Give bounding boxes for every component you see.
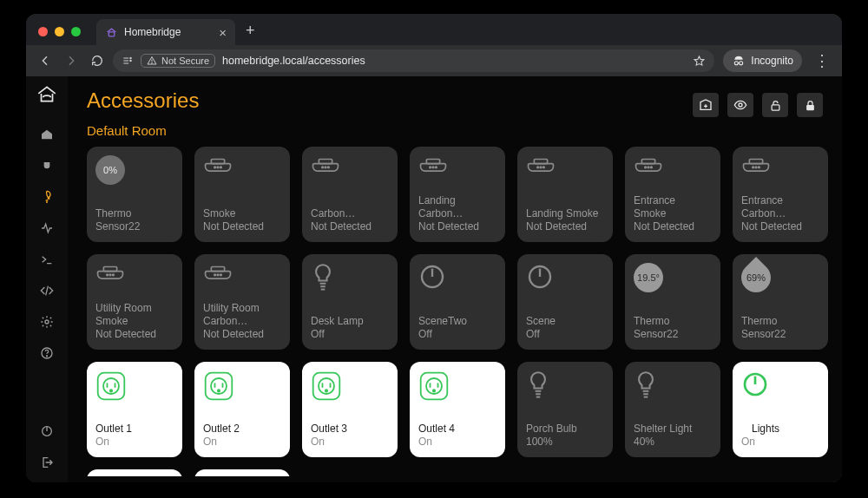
lock-button[interactable] (797, 93, 823, 117)
sidebar-code[interactable] (39, 283, 55, 298)
window-minimize-button[interactable] (55, 27, 64, 36)
bookmark-star-icon[interactable] (693, 55, 706, 68)
tile-state: Sensor22 (634, 328, 712, 341)
nav-icons (35, 54, 104, 68)
accessory-tile[interactable]: 0%ThermoSensor22 (87, 147, 182, 242)
svg-point-40 (645, 167, 647, 168)
sidebar-power[interactable] (39, 423, 55, 439)
tile-state: Off (526, 328, 604, 341)
svg-rect-21 (772, 104, 779, 109)
svg-point-81 (433, 390, 435, 391)
accessory-tile[interactable]: SceneOff (517, 254, 613, 350)
sidebar-terminal[interactable] (39, 252, 55, 267)
homebridge-logo-icon[interactable] (36, 83, 58, 106)
svg-point-37 (540, 167, 542, 168)
accessory-tile[interactable]: Outlet 3On (302, 362, 398, 457)
url-text: homebridge.local/accessories (222, 55, 365, 67)
smoke-icon (526, 155, 556, 178)
add-room-button[interactable] (693, 93, 719, 117)
svg-point-46 (759, 167, 760, 168)
tile-label-area: ThermoSensor22 (95, 207, 174, 233)
accessory-tile[interactable]: SmokeNot Detected (194, 147, 290, 242)
accessory-tile[interactable]: Outlet 1On (87, 362, 182, 457)
address-bar[interactable]: Not Secure homebridge.local/accessories (113, 49, 714, 72)
tab-close-button[interactable]: × (215, 26, 230, 39)
reload-button[interactable] (90, 54, 104, 68)
svg-point-34 (436, 167, 437, 168)
tile-name: Thermo (741, 315, 819, 328)
sidebar-metrics[interactable] (39, 220, 55, 236)
tile-label-area: Outlet 4On (418, 423, 496, 449)
thermo-badge-icon: 19.5° (634, 263, 663, 292)
not-secure-badge[interactable]: Not Secure (141, 54, 215, 68)
accessory-tile[interactable]: LandingCarbon…Not Detected (410, 147, 505, 242)
accessory-tile[interactable]: Utility RoomCarbon…Not Detected (194, 254, 290, 350)
browser-tab[interactable]: Homebridge × (96, 19, 235, 45)
tile-icon-area (203, 263, 281, 302)
tile-state: Not Detected (526, 220, 604, 233)
outlet-icon (95, 370, 127, 402)
humidity-drop-icon: 69% (735, 257, 777, 298)
forward-button[interactable] (64, 54, 78, 68)
window-zoom-button[interactable] (71, 27, 81, 36)
sidebar-logout[interactable] (39, 455, 55, 470)
sidebar-plugins[interactable] (39, 158, 55, 174)
accessory-tile[interactable]: EntranceCarbon…Not Detected (733, 147, 828, 242)
tile-icon-area (311, 263, 389, 315)
tile-icon-area (203, 155, 281, 207)
new-tab-button[interactable]: + (235, 22, 264, 45)
tile-state: Not Detected (634, 220, 712, 233)
accessory-tile[interactable]: Porch Bulb100% (517, 362, 613, 457)
browser-menu-button[interactable]: ⋮ (811, 51, 833, 70)
accessory-tile[interactable]: EntranceSmokeNot Detected (625, 147, 720, 242)
tile-name: Thermo (634, 315, 712, 328)
accessory-tile[interactable]: Outlet 4On (410, 362, 505, 457)
sidebar (26, 76, 68, 482)
tile-icon-area: 19.5° (634, 263, 712, 315)
svg-rect-43 (749, 160, 762, 164)
sidebar-settings[interactable] (39, 314, 55, 330)
svg-point-9 (740, 62, 743, 65)
accessory-tile[interactable]: LightsOn (733, 362, 828, 457)
incognito-indicator[interactable]: Incognito (723, 49, 802, 72)
accessory-tile[interactable]: 19.5°ThermoSensor22 (625, 254, 720, 350)
accessory-tile[interactable]: 69%ThermoSensor22 (733, 254, 828, 350)
tile-label-area: Utility RoomCarbon…Not Detected (203, 302, 281, 341)
accessory-tile[interactable]: Shelter Light40% (625, 362, 720, 457)
sidebar-help[interactable] (39, 345, 55, 361)
svg-point-33 (432, 167, 434, 168)
smoke-icon (203, 155, 233, 178)
svg-point-26 (220, 167, 222, 168)
accessory-tile[interactable]: Desk LampOff (302, 254, 398, 350)
sidebar-accessories[interactable] (39, 189, 55, 205)
svg-rect-31 (426, 160, 439, 164)
accessory-tile[interactable] (194, 469, 290, 476)
accessory-tile[interactable]: Outlet 2On (194, 362, 290, 457)
accessory-tile[interactable]: SceneTwoOff (410, 254, 505, 350)
main-content: Accessories Default Room (68, 76, 842, 482)
tile-label-area: EntranceCarbon…Not Detected (741, 194, 819, 233)
back-button[interactable] (38, 54, 52, 68)
page: Accessories Default Room (26, 76, 842, 482)
bulb-icon (311, 263, 335, 292)
svg-point-54 (220, 274, 222, 276)
outlet-icon (418, 370, 450, 402)
svg-point-4 (130, 57, 131, 58)
tile-state: Not Detected (741, 220, 819, 233)
accessory-tile[interactable]: Carbon…Not Detected (302, 147, 398, 242)
tile-name: Outlet 3 (311, 423, 389, 436)
site-info-icon[interactable] (122, 55, 134, 67)
hide-show-button[interactable] (727, 93, 753, 117)
window-close-button[interactable] (38, 27, 48, 36)
svg-point-76 (326, 390, 327, 391)
svg-rect-23 (211, 160, 224, 164)
tile-name: Landing Smoke (526, 207, 604, 220)
accessory-tile[interactable] (87, 469, 182, 476)
svg-rect-0 (108, 31, 115, 36)
sidebar-home[interactable] (39, 127, 55, 142)
unlock-button[interactable] (762, 93, 788, 117)
accessory-tile[interactable]: Landing SmokeNot Detected (517, 147, 613, 242)
tile-label-area: LightsOn (741, 423, 819, 449)
svg-point-7 (152, 62, 153, 63)
accessory-tile[interactable]: Utility RoomSmokeNot Detected (87, 254, 182, 350)
